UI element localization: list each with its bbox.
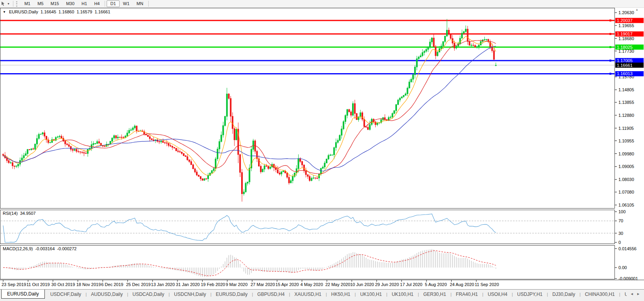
toolbar-separator [105, 1, 105, 7]
svg-text:1.13855: 1.13855 [618, 100, 634, 105]
svg-text:1.06105: 1.06105 [618, 203, 634, 207]
svg-text:27 Mar 2020: 27 Mar 2020 [251, 282, 275, 287]
svg-text:5 Aug 2020: 5 Aug 2020 [425, 282, 447, 287]
svg-text:24 Aug 2020: 24 Aug 2020 [450, 282, 474, 287]
chart-tab-usdcnh-daily[interactable]: USDCNH,Daily [170, 290, 210, 298]
cursor-tool-icon[interactable] [1, 1, 6, 6]
price-line-handle[interactable] [609, 73, 611, 75]
price-line-handle[interactable] [609, 60, 611, 62]
chart-tab-uk100-h1[interactable]: UK100,H1 [356, 290, 386, 298]
chart-tab-usdjpy-h1[interactable]: USDJPY,H1 [513, 290, 547, 298]
chart-tab-ger30-h1[interactable]: GER30,H1 [419, 290, 450, 298]
chart-canvas[interactable]: 1.206301.196551.186801.177301.157801.148… [0, 7, 644, 289]
trading-terminal-window: ▼ M1M5M15M30H1H4D1W1MN ▼ EURUSD,Daily 1.… [0, 0, 644, 301]
svg-text:23 Sep 2019: 23 Sep 2019 [2, 282, 26, 287]
svg-text:30 Oct 2019: 30 Oct 2019 [52, 282, 75, 287]
dropdown-arrow-icon[interactable]: ▼ [7, 2, 10, 5]
macd-axis: 0.0145560.00-0.009001 [615, 246, 638, 281]
timeframe-button-m15[interactable]: M15 [47, 0, 63, 7]
svg-text:31 Jan 2020: 31 Jan 2020 [176, 282, 200, 287]
svg-text:1.16013: 1.16013 [617, 71, 633, 76]
timeframe-button-m30[interactable]: M30 [63, 0, 78, 7]
timeframe-button-mn[interactable]: MN [133, 0, 147, 7]
svg-text:25 Dec 2019: 25 Dec 2019 [126, 282, 151, 287]
svg-text:1.16661: 1.16661 [617, 63, 633, 68]
svg-text:0: 0 [618, 240, 621, 245]
timeframe-button-h1[interactable]: H1 [78, 0, 90, 7]
chart-panes [0, 8, 644, 280]
price-line-handle[interactable] [609, 46, 611, 48]
svg-text:1.12880: 1.12880 [618, 113, 634, 118]
timeframe-button-m1[interactable]: M1 [21, 0, 34, 7]
rsi-indicator-label: RSI(14) 34.9507 [3, 211, 37, 216]
timeframe-toolbar: ▼ M1M5M15M30H1H4D1W1MN [0, 0, 644, 8]
chart-tab-fra40-h1[interactable]: FRA40,H1 [452, 290, 482, 298]
svg-text:1.11905: 1.11905 [618, 126, 634, 131]
timeframe-button-d1[interactable]: D1 [107, 0, 119, 7]
svg-text:70: 70 [618, 218, 623, 223]
chart-tab-usoil-h1[interactable]: USOil,H1 [620, 290, 627, 298]
chart-tab-gbpusd-h4[interactable]: GBPUSD,H4 [253, 290, 289, 298]
svg-text:1.09980: 1.09980 [618, 151, 634, 156]
svg-text:1.14805: 1.14805 [618, 87, 634, 92]
svg-text:100: 100 [618, 209, 626, 214]
chart-tab-usdcad-daily[interactable]: USDCAD,Daily [128, 290, 169, 298]
chart-tab-xauusd-h1[interactable]: XAUUSD,H1 [290, 290, 326, 298]
ohlc-low: 1.16579 [77, 9, 92, 14]
macd-main-value: -0.003164 [35, 246, 55, 251]
svg-text:1.18025: 1.18025 [617, 45, 633, 50]
chart-tab-usdchf-daily[interactable]: USDCHF,Daily [46, 290, 86, 298]
svg-text:1.10955: 1.10955 [618, 138, 634, 143]
chart-tab-china300-h1[interactable]: CHINA300,H1 [581, 290, 619, 298]
chart-tab-audusd-daily[interactable]: AUDUSD,Daily [87, 290, 127, 298]
tab-scroll-right-icon[interactable]: ► [637, 292, 640, 296]
toolbar-separator [148, 1, 149, 7]
svg-text:-0.009001: -0.009001 [618, 276, 638, 281]
svg-text:30: 30 [618, 231, 623, 236]
tab-scroll-controls: ◄ ► [627, 290, 644, 296]
price-line-handle[interactable] [609, 20, 611, 22]
chart-title: ▼ EURUSD,Daily 1.16645 1.16860 1.16579 1… [3, 9, 111, 14]
chart-tab-dj30-daily[interactable]: DJ30,Daily [548, 290, 579, 298]
svg-text:1.18680: 1.18680 [618, 36, 634, 41]
svg-text:15 Apr 2020: 15 Apr 2020 [275, 282, 299, 287]
chart-tab-eurusd-daily[interactable]: EURUSD,Daily [1, 290, 45, 299]
ohlc-open: 1.16645 [41, 9, 56, 14]
svg-text:1.19017: 1.19017 [617, 31, 633, 36]
timeframe-button-w1[interactable]: W1 [120, 0, 133, 7]
svg-text:1.07080: 1.07080 [618, 190, 634, 194]
toolbar-separator [13, 1, 13, 7]
svg-text:1.09005: 1.09005 [618, 164, 634, 169]
svg-text:19 Feb 2020: 19 Feb 2020 [201, 282, 225, 287]
chart-symbol-period: EURUSD,Daily [9, 9, 38, 14]
chart-tab-hk50-h1[interactable]: HK50,H1 [327, 290, 355, 298]
svg-text:6 Dec 2019: 6 Dec 2019 [101, 282, 123, 287]
timeframe-button-m5[interactable]: M5 [34, 0, 47, 7]
rsi-axis: 10070300 [615, 209, 626, 245]
chart-scroll-up-icon[interactable]: ▲ [635, 8, 638, 11]
rsi-value: 34.9507 [20, 211, 36, 216]
svg-text:1.17005: 1.17005 [617, 58, 633, 63]
ohlc-close: 1.16661 [95, 9, 111, 14]
svg-text:9 Mar 2020: 9 Mar 2020 [226, 282, 248, 287]
svg-text:11 Oct 2019: 11 Oct 2019 [26, 282, 50, 287]
chart-tab-uk100-h1[interactable]: UK100,H1 [388, 290, 418, 298]
price-line-handle[interactable] [609, 33, 611, 35]
chart-tab-usoil-h4[interactable]: USOil,H4 [483, 290, 512, 298]
collapse-triangle-icon[interactable]: ▼ [3, 10, 6, 14]
toolbar-grip[interactable] [16, 1, 18, 7]
chart-tab-eurusd-daily[interactable]: EURUSD,Daily [212, 290, 252, 298]
timeframe-buttons: M1M5M15M30H1H4D1W1MN [21, 0, 150, 7]
svg-text:1.20037: 1.20037 [617, 18, 633, 23]
tab-scroll-left-icon[interactable]: ◄ [630, 292, 634, 296]
ohlc-high: 1.16860 [59, 9, 74, 14]
timeframe-button-h4[interactable]: H4 [90, 0, 103, 7]
svg-text:0.00: 0.00 [618, 265, 627, 270]
svg-text:1.08030: 1.08030 [618, 177, 634, 182]
svg-text:4 May 2020: 4 May 2020 [301, 282, 323, 287]
macd-name: MACD(12,26,9) [3, 246, 33, 251]
macd-indicator-label: MACD(12,26,9) -0.003164 -0.000272 [3, 246, 78, 251]
price-axis: 1.206301.196551.186801.177301.157801.148… [615, 10, 634, 207]
svg-text:22 May 2020: 22 May 2020 [325, 282, 351, 287]
svg-text:13 Jan 2020: 13 Jan 2020 [151, 282, 175, 287]
